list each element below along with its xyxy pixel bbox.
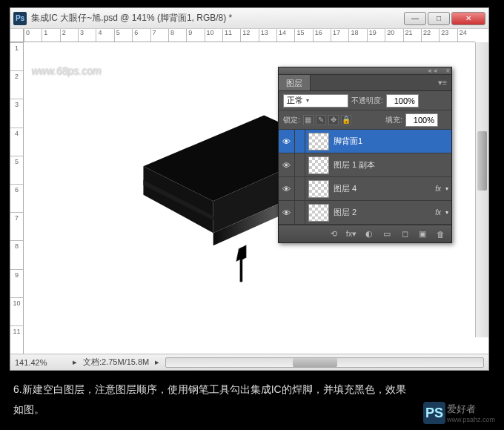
layer-thumbnail[interactable] — [308, 156, 329, 174]
link-layers-icon[interactable]: ⟲ — [327, 228, 340, 240]
new-layer-icon[interactable]: ▣ — [416, 228, 429, 240]
close-button[interactable]: ✕ — [451, 12, 485, 25]
scrollbar-vertical[interactable] — [475, 42, 488, 337]
ruler-horizontal: 0123456789101112131415161718192021222324 — [24, 29, 475, 42]
panel-grip[interactable]: × — [279, 67, 451, 75]
blend-mode-select[interactable]: 正常▾ — [283, 94, 348, 108]
fill-input[interactable]: 100% — [405, 113, 438, 127]
window-controls: — □ ✕ — [404, 12, 485, 25]
visibility-icon[interactable]: 👁 — [279, 201, 295, 224]
panel-footer: ⟲ fx▾ ◐ ▭ ◻ ▣ 🗑 — [279, 225, 451, 242]
adjustment-icon[interactable]: ▭ — [380, 228, 394, 240]
layer-name[interactable]: 图层 1 副本 — [332, 159, 451, 171]
scroll-thumb-v[interactable] — [477, 131, 487, 191]
fill-flyout-icon[interactable]: ▸ — [444, 116, 447, 123]
visibility-icon[interactable]: 👁 — [279, 177, 295, 200]
logo-url: www.psahz.com — [447, 416, 495, 423]
lock-transparency-icon[interactable]: ▦ — [303, 115, 314, 125]
trash-icon[interactable]: 🗑 — [434, 228, 447, 240]
lock-icons: ▦ ✎ ✥ 🔒 — [303, 115, 351, 125]
scrollbar-horizontal[interactable] — [165, 357, 484, 368]
lock-position-icon[interactable]: ✥ — [328, 115, 339, 125]
mask-icon[interactable]: ◐ — [362, 228, 376, 240]
lock-pixels-icon[interactable]: ✎ — [316, 115, 326, 125]
chevron-right-icon[interactable]: ▸ — [155, 357, 159, 367]
layer-list: 👁 脚背面1 👁 图层 1 副本 👁 图层 4 fx▾ 👁 图层 2 fx▾ — [279, 130, 451, 225]
ps-badge-icon: PS — [423, 402, 445, 424]
fx-icon[interactable]: fx▾ — [345, 228, 358, 240]
tutorial-caption: 6.新建空白图层，注意图层顺序，使用钢笔工具勾出集成IC的焊脚，并填充黑色，效果… — [13, 380, 415, 419]
visibility-icon[interactable]: 👁 — [279, 153, 295, 176]
opacity-flyout-icon[interactable]: ▸ — [425, 97, 428, 104]
chevron-down-icon[interactable]: ▾ — [445, 185, 451, 192]
statusbar: 141.42% ▸ 文档:2.75M/15.8M ▸ — [10, 354, 488, 370]
site-logo: PS 爱好者 www.psahz.com — [423, 402, 495, 424]
layer-thumbnail[interactable] — [308, 204, 329, 222]
scroll-thumb-h[interactable] — [293, 358, 337, 367]
layer-row[interactable]: 👁 图层 2 fx▾ — [279, 201, 451, 225]
panel-tabs: 图层 ▾≡ — [279, 75, 451, 91]
layer-row[interactable]: 👁 脚背面1 — [279, 130, 451, 153]
layer-thumbnail[interactable] — [308, 180, 329, 198]
minimize-button[interactable]: — — [404, 12, 426, 25]
panel-close-icon[interactable]: × — [445, 67, 450, 75]
ruler-corner — [10, 29, 24, 42]
document-title: 集成IC 大眼仔~旭.psd @ 141% (脚背面1, RGB/8) * — [31, 12, 404, 24]
tab-layers[interactable]: 图层 — [279, 75, 311, 90]
panel-menu-icon[interactable]: ▾≡ — [434, 75, 451, 90]
layers-panel[interactable]: × 图层 ▾≡ 正常▾ 不透明度: 100% ▸ 锁定: ▦ ✎ ✥ 🔒 填充:… — [278, 67, 452, 243]
app-icon: Ps — [13, 12, 27, 25]
opacity-label: 不透明度: — [351, 96, 383, 106]
zoom-level[interactable]: 141.42% — [15, 358, 67, 367]
doc-size: 文档:2.75M/15.8M — [83, 357, 149, 368]
blend-row: 正常▾ 不透明度: 100% ▸ — [279, 91, 451, 110]
lock-row: 锁定: ▦ ✎ ✥ 🔒 填充: 100% ▸ — [279, 110, 451, 130]
logo-text: 爱好者 — [447, 403, 495, 416]
lock-all-icon[interactable]: 🔒 — [341, 115, 351, 125]
visibility-icon[interactable]: 👁 — [279, 130, 295, 153]
titlebar: Ps 集成IC 大眼仔~旭.psd @ 141% (脚背面1, RGB/8) *… — [10, 8, 488, 29]
fx-badge[interactable]: fx — [435, 185, 445, 193]
layer-thumbnail[interactable] — [308, 133, 329, 150]
chevron-down-icon[interactable]: ▾ — [445, 209, 451, 216]
group-icon[interactable]: ◻ — [398, 228, 411, 240]
layer-name[interactable]: 图层 4 — [332, 183, 435, 194]
chevron-right-icon[interactable]: ▸ — [73, 357, 77, 367]
fx-badge[interactable]: fx — [435, 208, 445, 216]
layer-row[interactable]: 👁 图层 4 fx▾ — [279, 177, 451, 201]
lock-label: 锁定: — [283, 115, 300, 125]
layer-row[interactable]: 👁 图层 1 副本 — [279, 153, 451, 177]
layer-name[interactable]: 脚背面1 — [332, 136, 451, 147]
layer-name[interactable]: 图层 2 — [332, 207, 435, 218]
maximize-button[interactable]: □ — [428, 12, 450, 25]
ruler-vertical: 1234567891011 — [10, 42, 24, 354]
opacity-input[interactable]: 100% — [386, 94, 419, 108]
fill-label: 填充: — [385, 115, 402, 125]
watermark: www.68ps.com — [31, 64, 101, 76]
